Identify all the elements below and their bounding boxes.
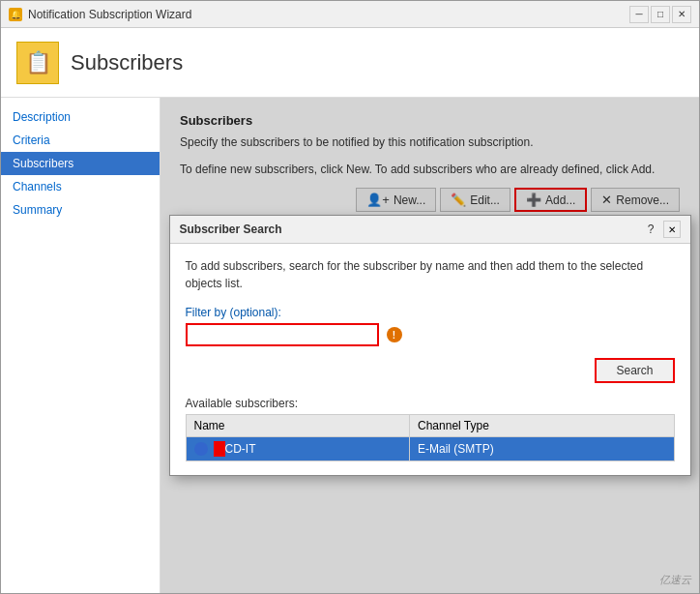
avail-col-channel: Channel Type [410,415,674,437]
name-redacted [214,441,225,457]
sidebar-item-criteria[interactable]: Criteria [1,129,160,152]
header-icon: 📋 [16,42,59,84]
filter-input[interactable] [186,323,379,346]
info-icon: ! [387,327,402,342]
modal-body: To add subscribers, search for the subsc… [170,244,690,475]
available-subscribers-table: Name Channel Type [186,414,675,461]
filter-row: ! [186,323,675,346]
filter-label: Filter by (optional): [186,306,675,319]
search-row: Search [186,358,675,383]
user-icon [194,442,208,456]
modal-description: To add subscribers, search for the subsc… [186,257,675,292]
avail-name-cell: CD-IT [186,437,410,461]
header-banner: 📋 Subscribers [1,28,699,98]
sidebar-item-subscribers[interactable]: Subscribers [1,152,160,175]
modal-close-button[interactable]: ✕ [663,221,681,238]
modal-help-button[interactable]: ? [643,222,659,237]
main-content: Description Criteria Subscribers Channel… [1,98,699,593]
minimize-button[interactable]: ─ [629,6,649,23]
avail-col-name: Name [186,415,410,437]
close-button[interactable]: ✕ [672,6,691,23]
available-label: Available subscribers: [186,397,675,410]
title-bar-controls: ─ □ ✕ [629,6,691,23]
content-area: Subscribers Specify the subscribers to b… [160,98,699,593]
main-window: 🔔 Notification Subscription Wizard ─ □ ✕… [0,0,700,594]
modal-title-bar: Subscriber Search ? ✕ [170,216,690,244]
maximize-button[interactable]: □ [651,6,670,23]
modal-title: Subscriber Search [180,223,282,236]
window-icon: 🔔 [9,8,22,21]
avail-channel-cell: E-Mail (SMTP) [410,437,674,461]
title-bar: 🔔 Notification Subscription Wizard ─ □ ✕ [1,1,699,28]
search-button[interactable]: Search [595,358,674,383]
sidebar-item-channels[interactable]: Channels [1,175,160,198]
window-title: Notification Subscription Wizard [28,8,191,21]
subscriber-search-modal: Subscriber Search ? ✕ To add subscribers… [169,215,691,476]
header-title: Subscribers [71,50,183,75]
name-suffix: CD-IT [225,442,256,456]
table-row[interactable]: CD-IT E-Mail (SMTP) [186,437,674,461]
modal-controls: ? ✕ [643,221,681,238]
title-bar-left: 🔔 Notification Subscription Wizard [9,8,191,21]
modal-overlay: Subscriber Search ? ✕ To add subscribers… [160,98,699,593]
sidebar-item-description[interactable]: Description [1,105,160,129]
sidebar-item-summary[interactable]: Summary [1,198,160,222]
sidebar: Description Criteria Subscribers Channel… [1,98,160,593]
